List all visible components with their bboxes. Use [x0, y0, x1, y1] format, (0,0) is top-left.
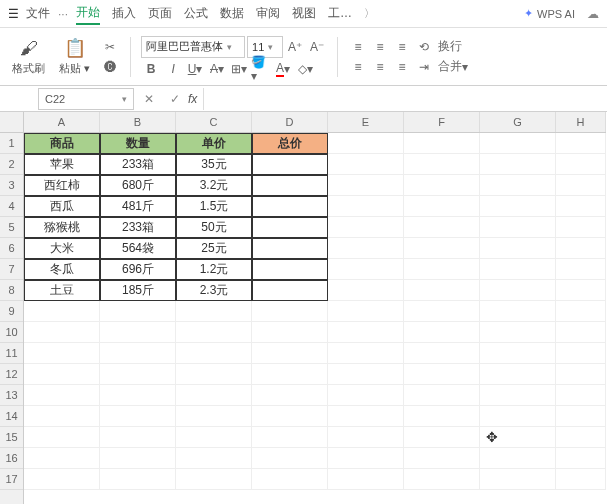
- cell-A17[interactable]: [24, 469, 100, 490]
- clear-format-button[interactable]: ◇▾: [295, 60, 315, 78]
- cell-A8[interactable]: 土豆: [24, 280, 100, 301]
- cell-G9[interactable]: [480, 301, 556, 322]
- file-menu[interactable]: 文件: [26, 5, 50, 22]
- cell-H6[interactable]: [556, 238, 606, 259]
- format-painter-button[interactable]: 🖌 格式刷: [8, 36, 49, 78]
- cell-B3[interactable]: 680斤: [100, 175, 176, 196]
- tab-start[interactable]: 开始: [76, 2, 100, 25]
- cell-G3[interactable]: [480, 175, 556, 196]
- cell-D17[interactable]: [252, 469, 328, 490]
- cell-D7[interactable]: [252, 259, 328, 280]
- row-header-6[interactable]: 6: [0, 238, 23, 259]
- row-header-9[interactable]: 9: [0, 301, 23, 322]
- strike-button[interactable]: A▾: [207, 60, 227, 78]
- cell-G1[interactable]: [480, 133, 556, 154]
- increase-font-button[interactable]: A⁺: [285, 38, 305, 56]
- cell-E4[interactable]: [328, 196, 404, 217]
- cell-A13[interactable]: [24, 385, 100, 406]
- cell-E3[interactable]: [328, 175, 404, 196]
- cell-D2[interactable]: [252, 154, 328, 175]
- cell-C12[interactable]: [176, 364, 252, 385]
- row-header-10[interactable]: 10: [0, 322, 23, 343]
- cell-E7[interactable]: [328, 259, 404, 280]
- row-header-17[interactable]: 17: [0, 469, 23, 490]
- bold-button[interactable]: B: [141, 60, 161, 78]
- indent-button[interactable]: ⇥: [414, 58, 434, 76]
- cell-A12[interactable]: [24, 364, 100, 385]
- cell-H5[interactable]: [556, 217, 606, 238]
- cell-F10[interactable]: [404, 322, 480, 343]
- cell-C13[interactable]: [176, 385, 252, 406]
- cell-G2[interactable]: [480, 154, 556, 175]
- cell-C6[interactable]: 25元: [176, 238, 252, 259]
- cell-H1[interactable]: [556, 133, 606, 154]
- cell-G6[interactable]: [480, 238, 556, 259]
- fx-label[interactable]: fx: [188, 92, 197, 106]
- wrap-button[interactable]: 换行: [436, 38, 464, 56]
- cell-A3[interactable]: 西红柿: [24, 175, 100, 196]
- tab-tools[interactable]: 工…: [328, 3, 352, 24]
- cell-D12[interactable]: [252, 364, 328, 385]
- cell-D1[interactable]: 总价: [252, 133, 328, 154]
- row-header-12[interactable]: 12: [0, 364, 23, 385]
- cell-E2[interactable]: [328, 154, 404, 175]
- cell-G7[interactable]: [480, 259, 556, 280]
- cells[interactable]: ✥ 商品数量单价总价苹果233箱35元西红柿680斤3.2元西瓜481斤1.5元…: [24, 133, 606, 504]
- orientation-button[interactable]: ⟲: [414, 38, 434, 56]
- cell-F7[interactable]: [404, 259, 480, 280]
- cell-H10[interactable]: [556, 322, 606, 343]
- col-header-F[interactable]: F: [404, 112, 480, 132]
- tab-overflow[interactable]: 〉: [364, 6, 375, 21]
- align-bot-button[interactable]: ≡: [392, 38, 412, 56]
- cell-C17[interactable]: [176, 469, 252, 490]
- cell-C14[interactable]: [176, 406, 252, 427]
- cell-A11[interactable]: [24, 343, 100, 364]
- align-center-button[interactable]: ≡: [370, 58, 390, 76]
- cell-H15[interactable]: [556, 427, 606, 448]
- cell-F2[interactable]: [404, 154, 480, 175]
- cell-E17[interactable]: [328, 469, 404, 490]
- cell-B10[interactable]: [100, 322, 176, 343]
- cell-E11[interactable]: [328, 343, 404, 364]
- cell-G12[interactable]: [480, 364, 556, 385]
- cell-A10[interactable]: [24, 322, 100, 343]
- tab-data[interactable]: 数据: [220, 3, 244, 24]
- tab-view[interactable]: 视图: [292, 3, 316, 24]
- confirm-button[interactable]: ✓: [164, 88, 186, 110]
- cell-B8[interactable]: 185斤: [100, 280, 176, 301]
- cell-F4[interactable]: [404, 196, 480, 217]
- row-header-1[interactable]: 1: [0, 133, 23, 154]
- cell-A15[interactable]: [24, 427, 100, 448]
- row-header-14[interactable]: 14: [0, 406, 23, 427]
- cell-C2[interactable]: 35元: [176, 154, 252, 175]
- row-header-16[interactable]: 16: [0, 448, 23, 469]
- row-header-5[interactable]: 5: [0, 217, 23, 238]
- cell-A4[interactable]: 西瓜: [24, 196, 100, 217]
- cell-B9[interactable]: [100, 301, 176, 322]
- cell-G11[interactable]: [480, 343, 556, 364]
- font-name-select[interactable]: 阿里巴巴普惠体 ▾: [141, 36, 245, 58]
- cell-H9[interactable]: [556, 301, 606, 322]
- cell-D11[interactable]: [252, 343, 328, 364]
- cell-A2[interactable]: 苹果: [24, 154, 100, 175]
- cell-E15[interactable]: [328, 427, 404, 448]
- fill-color-button[interactable]: 🪣▾: [251, 60, 271, 78]
- cell-H16[interactable]: [556, 448, 606, 469]
- cell-E1[interactable]: [328, 133, 404, 154]
- col-header-B[interactable]: B: [100, 112, 176, 132]
- cell-H17[interactable]: [556, 469, 606, 490]
- cell-E8[interactable]: [328, 280, 404, 301]
- col-header-E[interactable]: E: [328, 112, 404, 132]
- align-top-button[interactable]: ≡: [348, 38, 368, 56]
- underline-button[interactable]: U▾: [185, 60, 205, 78]
- cell-F13[interactable]: [404, 385, 480, 406]
- cell-D13[interactable]: [252, 385, 328, 406]
- cell-H11[interactable]: [556, 343, 606, 364]
- cell-B12[interactable]: [100, 364, 176, 385]
- col-header-C[interactable]: C: [176, 112, 252, 132]
- cell-A7[interactable]: 冬瓜: [24, 259, 100, 280]
- cell-E13[interactable]: [328, 385, 404, 406]
- col-header-A[interactable]: A: [24, 112, 100, 132]
- cancel-button[interactable]: ✕: [138, 88, 160, 110]
- cell-D15[interactable]: [252, 427, 328, 448]
